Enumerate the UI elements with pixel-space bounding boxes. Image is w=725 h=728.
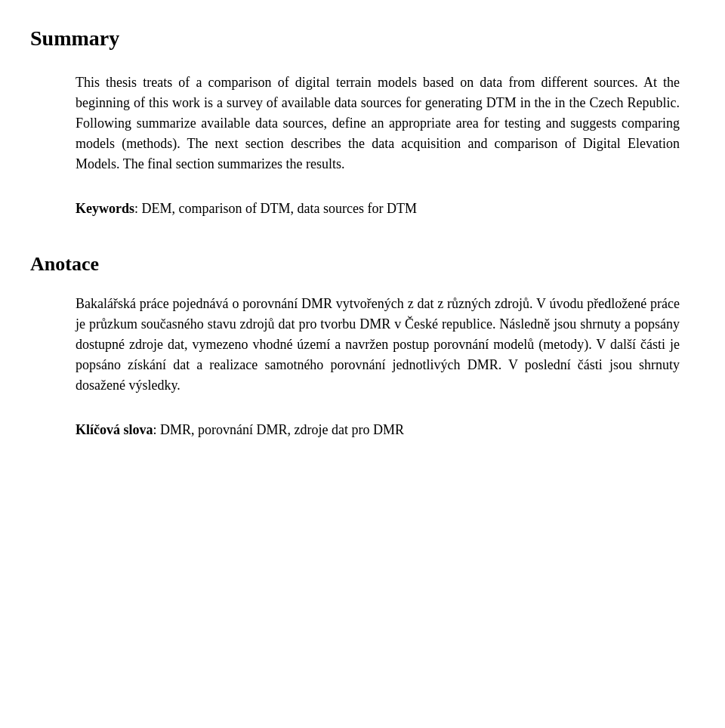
anotace-body: Bakalářská práce pojednává o porovnání D… — [76, 294, 680, 396]
keywords-czech-text: : DMR, porovnání DMR, zdroje dat pro DMR — [153, 422, 404, 437]
keywords-czech-label: Klíčová slova — [76, 422, 153, 437]
keywords-block: Keywords: DEM, comparison of DTM, data s… — [76, 199, 680, 219]
anotace-title: Anotace — [30, 249, 680, 279]
keywords-czech-block: Klíčová slova: DMR, porovnání DMR, zdroj… — [76, 420, 680, 440]
page-container: Summary This thesis treats of a comparis… — [30, 23, 680, 440]
summary-paragraph-1: This thesis treats of a comparison of di… — [76, 72, 680, 174]
keywords-label: Keywords — [76, 201, 134, 216]
anotace-paragraph-1: Bakalářská práce pojednává o porovnání D… — [76, 294, 680, 396]
summary-body: This thesis treats of a comparison of di… — [76, 72, 680, 174]
summary-title: Summary — [30, 23, 680, 54]
keywords-text: : DEM, comparison of DTM, data sources f… — [134, 201, 417, 216]
